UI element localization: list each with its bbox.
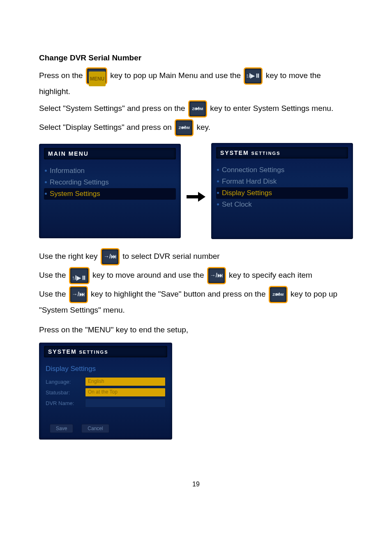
key-glyph: ↵ [189,101,206,115]
menu-item: Set Clock [216,199,348,210]
page-title: Change DVR Serial Number [39,53,353,62]
text-seg: Use the [39,271,66,279]
setting-value: English [85,377,166,386]
text-seg: key to enter System Settings menu. [210,104,333,113]
panel-header: SYSTEM SETTINGS [216,147,348,159]
page-number: 19 [39,481,353,488]
menu-screenshots-row: MAIN MENU Information Recording Settings… [39,143,353,239]
cancel-button: Cancel [81,424,109,433]
settings-row: DVR Name: [44,398,167,408]
text-seg: key to move around and use the [92,271,204,279]
section-title: Display Settings [44,363,167,376]
key-glyph: ↵ [176,120,192,134]
menu-key-icon: MENU [86,67,107,85]
text-seg: Use the right key [39,252,98,260]
text-seg: Select "Display Settings" and press on [39,123,172,131]
menu-item-highlighted: Display Settings [216,187,348,199]
settings-row: Statusbar: On at the Top [44,387,167,398]
menu-item: Format Hard Disk [216,176,348,187]
updown-key-icon: ↕/▶⏸ [244,67,263,85]
right-key-icon: →/⏭ [101,248,120,265]
setting-label: Language: [46,379,85,385]
text-seg: key. [197,123,210,131]
key-glyph: →/⏭ [102,249,118,263]
menu-item: Information [44,165,176,177]
zoom-key-icon: ZOOM ↵ [175,119,194,136]
settings-row: Language: English [44,376,167,387]
text-seg: to select DVR serial number [122,252,220,260]
menu-item: Connection Settings [216,164,348,176]
text-seg: key to pop up Main Menu and use the [110,71,241,80]
updown-key-icon: ↑/▶⏸ [69,267,90,284]
main-menu-panel: MAIN MENU Information Recording Settings… [39,144,181,238]
setting-value: On at the Top [85,388,166,397]
text-seg: Select "System Settings" and press on th… [39,104,185,113]
header-part: SYSTEM [48,348,77,355]
key-glyph: ↕/▶⏸ [245,69,261,83]
key-glyph: ↵ [270,287,286,301]
instruction-2: Select "System Settings" and press on th… [39,100,353,117]
text-seg: key to specify each item [229,271,312,279]
instruction-7: Press on the "MENU" key to end the setup… [39,323,353,337]
system-settings-panel: SYSTEM SETTINGS Connection Settings Form… [211,143,353,239]
key-glyph: →/⏭ [208,268,225,282]
save-button: Save [50,424,73,433]
panel-header: SYSTEM SETTINGS [44,346,167,357]
header-part: SETTINGS [79,350,108,355]
setting-label: Statusbar: [46,389,85,396]
instruction-5: Use the ↑/▶⏸ key to move around and use … [39,267,353,284]
key-glyph: ↑/▶⏸ [70,271,88,285]
zoom-key-icon: ZOOM ↵ [269,286,288,303]
arrow-right-icon [187,178,205,204]
key-glyph: →/⏭ [70,287,87,301]
text-seg: Use the [39,290,66,298]
instruction-6: Use the →/⏭ key to highlight the "Save" … [39,286,353,317]
key-label: MENU [89,71,106,86]
panel-header: MAIN MENU [44,148,176,159]
header-part: SYSTEM [220,150,249,156]
right-key-icon: →/⏭ [69,286,88,303]
instruction-4: Use the right key →/⏭ to select DVR seri… [39,248,353,265]
instruction-3: Select "Display Settings" and press on Z… [39,119,353,136]
zoom-key-icon: ZOOM ↵ [188,100,207,117]
text-seg: Press on the [39,71,83,80]
setting-value [85,398,166,408]
display-settings-panel: SYSTEM SETTINGS Display Settings Languag… [39,343,172,440]
instruction-1: Press on the MENU key to pop up Main Men… [39,67,353,99]
button-row: Save Cancel [44,424,167,433]
setting-label: DVR Name: [46,400,85,406]
menu-item: Recording Settings [44,177,176,188]
right-key-icon: →/⏭ [207,267,226,284]
menu-item-highlighted: System Settings [44,188,176,200]
header-part: SETTINGS [251,151,280,156]
text-seg: key to highlight the "Save" button and p… [91,290,265,298]
